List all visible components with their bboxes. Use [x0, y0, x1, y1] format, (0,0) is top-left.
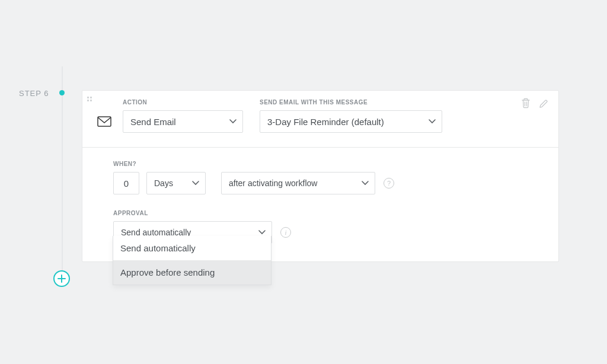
- when-label: WHEN?: [113, 161, 206, 167]
- when-relative-select[interactable]: after activating workflow: [221, 172, 375, 194]
- message-select[interactable]: 3-Day File Reminder (default): [260, 110, 442, 133]
- message-select-value: 3-Day File Reminder (default): [267, 117, 384, 127]
- help-glyph: ?: [387, 180, 391, 187]
- when-unit-value: Days: [154, 178, 173, 188]
- message-label: SEND EMAIL WITH THIS MESSAGE: [260, 99, 442, 106]
- when-relative-value: after activating workflow: [229, 178, 317, 188]
- info-glyph: i: [285, 229, 286, 236]
- svg-rect-0: [98, 117, 111, 126]
- approval-dropdown-menu: Send automatically Approve before sendin…: [113, 236, 271, 285]
- when-help-icon[interactable]: ?: [384, 178, 394, 189]
- email-icon: [97, 110, 112, 133]
- when-number-input[interactable]: 0: [113, 172, 139, 194]
- action-select[interactable]: Send Email: [123, 110, 243, 133]
- approval-label: APPROVAL: [113, 210, 272, 216]
- approval-info-icon[interactable]: i: [280, 227, 291, 238]
- when-unit-select[interactable]: Days: [146, 172, 206, 194]
- chevron-down-icon: [229, 119, 237, 124]
- approval-option[interactable]: Approve before sending: [113, 260, 271, 285]
- timeline-line: [62, 95, 63, 273]
- step-label: STEP 6: [19, 89, 49, 98]
- chevron-down-icon: [429, 119, 436, 124]
- chevron-down-icon: [362, 181, 369, 186]
- approval-option[interactable]: Send automatically: [113, 236, 271, 260]
- action-label: ACTION: [123, 99, 243, 106]
- plus-icon: [57, 274, 66, 283]
- add-step-button[interactable]: [53, 270, 70, 287]
- timeline-line: [62, 66, 63, 90]
- chevron-down-icon: [192, 181, 199, 186]
- chevron-down-icon: [258, 230, 266, 235]
- when-number-value: 0: [124, 178, 129, 189]
- step-dot: [59, 90, 65, 95]
- action-select-value: Send Email: [130, 117, 176, 127]
